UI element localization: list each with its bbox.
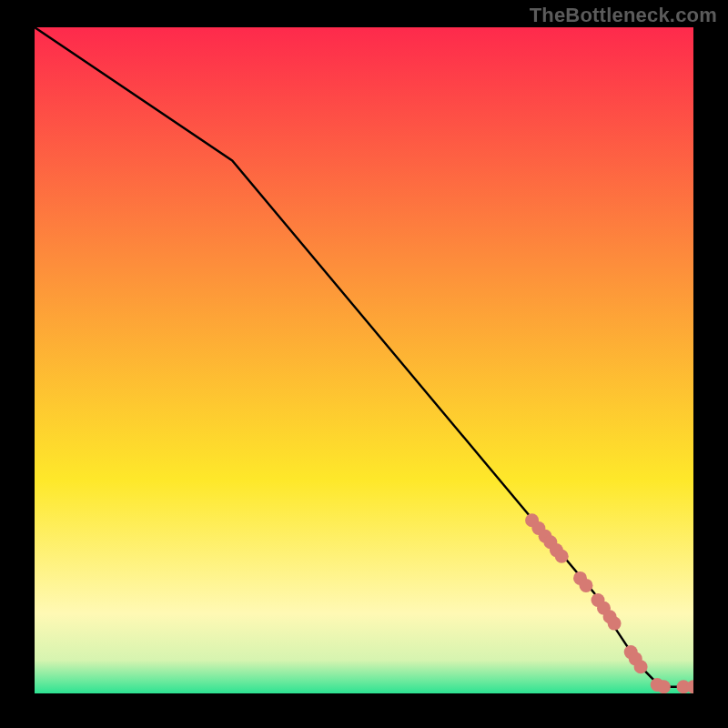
data-marker — [634, 660, 648, 673]
data-marker — [580, 579, 593, 592]
watermark-text: TheBottleneck.com — [530, 4, 717, 27]
chart-container: TheBottleneck.com — [0, 0, 728, 728]
data-marker — [555, 550, 569, 563]
data-marker — [608, 617, 622, 631]
chart-svg — [35, 27, 693, 693]
data-marker — [657, 680, 671, 693]
plot-area — [35, 27, 693, 693]
